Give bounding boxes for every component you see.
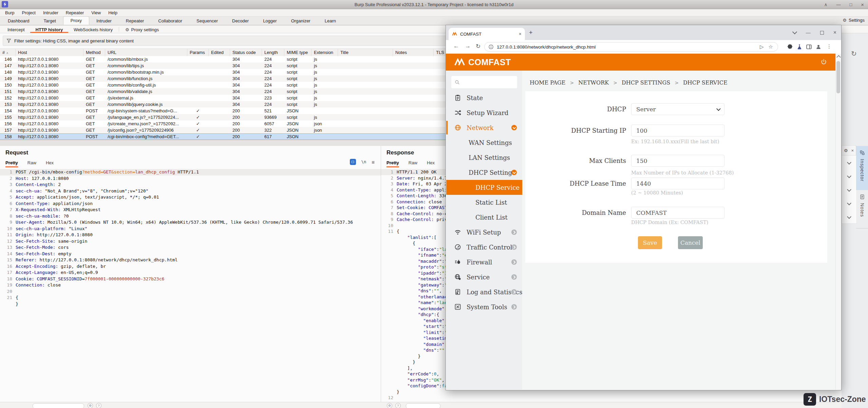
sidebar-item-lan-settings[interactable]: LAN Settings [446, 150, 522, 165]
column-header-title[interactable]: Title [338, 49, 393, 56]
sidebar-item-static-list[interactable]: Static List [446, 195, 522, 210]
extensions-puzzle-icon[interactable] [787, 44, 793, 50]
response-search-help-icon[interactable]: ? [395, 403, 401, 408]
breadcrumb-item-network[interactable]: NETWORK [578, 79, 609, 86]
sidebar-item-service[interactable]: Service [446, 270, 522, 284]
minimize-button[interactable]: — [836, 2, 841, 7]
response-search-settings-icon[interactable]: ⚙ [387, 403, 392, 408]
inspector-section[interactable] [842, 155, 857, 169]
inspector-section[interactable] [842, 169, 857, 183]
forward-icon[interactable]: → [465, 43, 471, 50]
tab-target[interactable]: Target [37, 17, 63, 25]
maximize-button[interactable]: □ [849, 2, 852, 7]
column-header--[interactable]: #∧ [0, 49, 16, 56]
column-header-url[interactable]: URL [105, 49, 187, 56]
tab-notes[interactable]: Notes [856, 190, 868, 228]
column-header-method[interactable]: Method [83, 49, 105, 56]
burp-extension-flask-icon[interactable] [796, 44, 803, 50]
domain-name-input[interactable]: COMFAST [631, 207, 724, 219]
tab-pretty[interactable]: Pretty [5, 160, 18, 167]
syntax-format-icon[interactable]: {} [350, 159, 356, 165]
shade-window-button[interactable]: ∧ [824, 2, 828, 7]
tab-dashboard[interactable]: Dashboard [1, 17, 37, 25]
address-bar[interactable]: 127.0.0.1:8080/network/dhcp/network_dhcp… [484, 42, 778, 52]
request-editor[interactable]: 1POST /cgi-bin/mbox-config?method=GET&se… [0, 169, 381, 395]
browser-close-button[interactable]: × [833, 30, 836, 36]
browser-more-menu-icon[interactable]: ⋮ [827, 43, 832, 50]
inspector-close-icon[interactable]: × [851, 148, 854, 153]
send-icon[interactable]: ▷ [760, 44, 764, 50]
power-icon[interactable] [820, 59, 827, 65]
menu-intruder[interactable]: Intruder [39, 9, 62, 17]
dhcp-starting-ip-input[interactable]: 100 [631, 125, 724, 136]
sidebar-item-firewall[interactable]: Firewall [446, 255, 522, 270]
column-header-extension[interactable]: Extension [312, 49, 338, 56]
scrollbar-thumb[interactable] [836, 61, 840, 93]
subtab-http-history[interactable]: HTTP history [30, 25, 69, 33]
sidebar-item-setup-wizard[interactable]: Setup Wizard [446, 105, 522, 120]
show-newlines-icon[interactable]: \n [361, 160, 366, 164]
max-clients-input[interactable]: 150 [631, 155, 724, 167]
tab-hex[interactable]: Hex [427, 160, 435, 167]
request-search-settings-icon[interactable]: ⚙ [88, 403, 93, 408]
close-button[interactable]: × [861, 2, 864, 7]
column-header-status-code[interactable]: Status code [230, 49, 262, 56]
sidebar-item-network[interactable]: Network [446, 120, 522, 135]
menu-view[interactable]: View [88, 9, 105, 17]
request-search-input[interactable] [33, 403, 84, 408]
tab-collaborator[interactable]: Collaborator [151, 17, 189, 25]
browser-menu-chevron-icon[interactable] [792, 30, 797, 34]
cancel-button[interactable]: Cancel [678, 236, 703, 249]
site-info-icon[interactable] [488, 44, 494, 50]
browser-tab-comfast[interactable]: COMFAST × [449, 28, 525, 40]
browser-minimize-button[interactable]: — [806, 30, 811, 35]
sidebar-item-system-tools[interactable]: System Tools [446, 299, 522, 314]
inspector-gear-icon[interactable]: ⚙ [844, 148, 848, 153]
sidebar-item-wan-settings[interactable]: WAN Settings [446, 135, 522, 150]
dhcp-lease-time-input[interactable]: 1440 [631, 178, 724, 189]
response-search-input[interactable] [406, 403, 440, 408]
browser-scrollbar[interactable] [835, 54, 841, 390]
tab-inspector[interactable]: Inspector [856, 146, 868, 190]
refresh-icon[interactable]: ↻ [851, 50, 857, 58]
tab-raw[interactable]: Raw [409, 160, 417, 167]
settings-button[interactable]: ⚙ Settings [843, 18, 865, 23]
inspector-section[interactable] [842, 210, 857, 224]
editor-menu-icon[interactable]: ≡ [372, 159, 375, 165]
tab-decoder[interactable]: Decoder [225, 17, 256, 25]
tab-hex[interactable]: Hex [46, 160, 54, 167]
menu-repeater[interactable]: Repeater [62, 9, 88, 17]
column-header-host[interactable]: Host [16, 49, 83, 56]
save-button[interactable]: Save [638, 236, 662, 249]
tab-sequencer[interactable]: Sequencer [189, 17, 225, 25]
url-text[interactable]: 127.0.0.1:8080/network/dhcp/network_dhcp… [497, 44, 760, 50]
column-header-notes[interactable]: Notes [393, 49, 434, 56]
tab-organizer[interactable]: Organizer [284, 17, 318, 25]
tab-close-icon[interactable]: × [519, 31, 522, 37]
side-panel-icon[interactable] [806, 44, 812, 50]
inspector-section[interactable] [842, 183, 857, 197]
sidebar-item-traffic-control[interactable]: Traffic Control [446, 240, 522, 255]
sidebar-item-state[interactable]: State [446, 90, 522, 105]
inspector-section[interactable] [842, 196, 857, 210]
sidebar-item-dhcp-settings[interactable]: DHCP Settings [446, 165, 522, 180]
new-tab-button[interactable]: + [529, 29, 533, 36]
tab-logger[interactable]: Logger [256, 17, 284, 25]
sidebar-search-input[interactable] [451, 76, 517, 88]
tab-learn[interactable]: Learn [318, 17, 343, 25]
breadcrumb-item-dhcp-service[interactable]: DHCP SERVICE [683, 79, 728, 86]
tab-repeater[interactable]: Repeater [119, 17, 151, 25]
menu-help[interactable]: Help [105, 9, 121, 17]
menu-project[interactable]: Project [18, 9, 39, 17]
column-header-params[interactable]: Params [187, 49, 209, 56]
profile-avatar-icon[interactable] [815, 44, 822, 50]
tab-pretty[interactable]: Pretty [386, 160, 399, 167]
menu-burp[interactable]: Burp [1, 9, 18, 17]
sidebar-item-log-and-statistics[interactable]: Log and Statistics [446, 284, 522, 299]
tab-intruder[interactable]: Intruder [89, 17, 119, 25]
bookmark-star-icon[interactable]: ☆ [769, 44, 773, 50]
subtab-websockets-history[interactable]: WebSockets history [68, 25, 118, 33]
breadcrumb-item-dhcp-settings[interactable]: DHCP SETTINGS [622, 79, 670, 86]
column-header-length[interactable]: Length [262, 49, 284, 56]
dhcp-mode-select[interactable]: Server [631, 103, 724, 115]
